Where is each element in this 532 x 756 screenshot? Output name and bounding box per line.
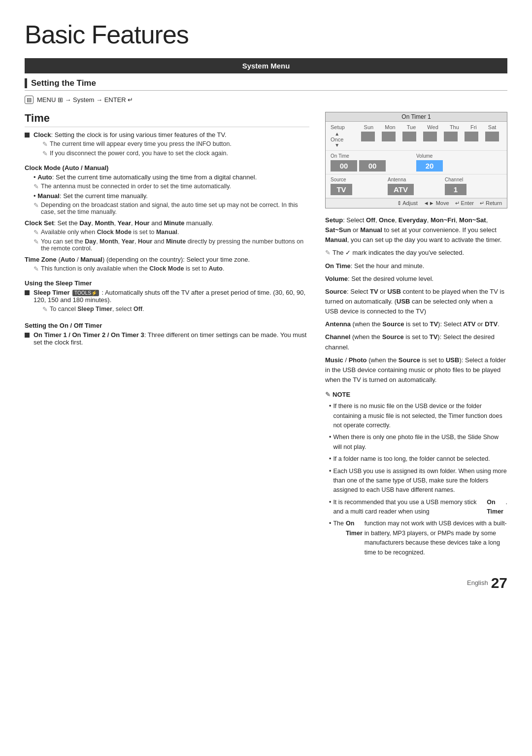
pencil-icon-8: ✎ — [42, 306, 48, 313]
on-timer-nav: ⇕ Adjust ◄► Move ↵ Enter ↵ Return — [326, 198, 507, 208]
note-item-6: The On Timer function may not work with … — [329, 519, 507, 557]
tools-badge: TOOLS⚡ — [72, 290, 99, 296]
clock-mode-title: Clock Mode (Auto / Manual) — [25, 164, 309, 172]
day-fri-label: Fri — [470, 124, 477, 130]
day-thu-label: Thu — [450, 124, 459, 130]
note-item-4: Each USB you use is assigned its own fol… — [329, 467, 507, 495]
auto-note: ✎ The antenna must be connected in order… — [33, 183, 309, 190]
on-off-timer-heading: Setting the On / Off Timer — [25, 322, 309, 329]
clock-note1: ✎ The current time will appear every tim… — [42, 140, 309, 148]
on-time-fields: 00 00 — [331, 160, 416, 172]
day-tue-label: Tue — [407, 124, 416, 130]
manual-bullet: Manual: Set the current time manually. — [33, 192, 309, 200]
clock-bullet-content: Clock: Setting the clock is for using va… — [33, 131, 309, 159]
bullet-icon — [25, 133, 30, 137]
note-item-3: If a folder name is too long, the folder… — [329, 454, 507, 464]
setting-time-label: Setting the Time — [31, 78, 96, 88]
on-timer-bullet: On Timer 1 / On Timer 2 / On Timer 3: Th… — [25, 331, 309, 346]
main-layout: Time Clock: Setting the clock is for usi… — [25, 112, 507, 560]
sleep-timer-note-text: To cancel Sleep Timer, select Off. — [50, 306, 144, 312]
menu-icon: ▤ — [25, 96, 33, 104]
clock-set-note1-text: Available only when Clock Mode is set to… — [41, 229, 179, 236]
sleep-timer-note: ✎ To cancel Sleep Timer, select Off. — [42, 306, 309, 313]
clock-note2-text: If you disconnect the power cord, you ha… — [50, 150, 228, 157]
on-timer-box: On Timer 1 Setup ▲ Once ▼ Sun Mon Tue — [325, 112, 507, 208]
auto-note-text: The antenna must be connected in order t… — [41, 183, 231, 190]
bullet-icon-3 — [25, 333, 30, 338]
volume-group: Volume 20 — [416, 153, 502, 172]
footer-lang: English — [467, 579, 488, 586]
day-sun-label: Sun — [364, 124, 374, 130]
note-item-2: When there is only one photo file in the… — [329, 433, 507, 452]
note-item-1: If there is no music file on the USB dev… — [329, 402, 507, 430]
on-time-desc: On Time: Set the hour and minute. — [325, 261, 507, 271]
menu-path: ▤ MENU ⊞ → System → ENTER ↵ — [25, 96, 507, 104]
nav-adjust: ⇕ Adjust — [397, 200, 418, 206]
on-timer-text: On Timer 1 / On Timer 2 / On Timer 3: Th… — [33, 331, 306, 346]
on-timer-title: On Timer 1 — [326, 112, 507, 122]
sleep-timer-bullet: Sleep Timer TOOLS⚡ : Automatically shuts… — [25, 289, 309, 315]
time-zone-note: ✎ This function is only available when t… — [33, 265, 309, 273]
clock-note2: ✎ If you disconnect the power cord, you … — [42, 150, 309, 157]
note-section: ✎ NOTE If there is no music file on the … — [325, 390, 507, 557]
note-label: NOTE — [332, 390, 350, 400]
auto-bullet: Auto: Set the current time automatically… — [33, 173, 309, 181]
antenna-label: Antenna — [388, 177, 445, 182]
pencil-icon-7: ✎ — [33, 265, 39, 273]
day-block-wed — [423, 132, 437, 141]
sleep-timer-text: Sleep Timer TOOLS⚡ : Automatically shuts… — [33, 289, 305, 304]
clock-text: Clock: Setting the clock is for using va… — [33, 131, 227, 138]
day-block-sat — [485, 132, 499, 141]
volume-value: 20 — [416, 160, 443, 172]
manual-note-text: Depending on the broadcast station and s… — [41, 202, 309, 215]
system-menu-bar: System Menu — [25, 58, 507, 73]
pencil-icon-5: ✎ — [33, 229, 39, 236]
sleep-timer-content: Sleep Timer TOOLS⚡ : Automatically shuts… — [33, 289, 309, 315]
day-block-mon — [382, 132, 396, 141]
channel-label: Channel — [445, 177, 502, 182]
on-time-group: On Time 00 00 — [331, 153, 416, 172]
pencil-icon-r1: ✎ — [325, 248, 331, 258]
antenna-value: ATV — [388, 184, 414, 195]
day-sat-label: Sat — [488, 124, 497, 130]
clock-set-text: Clock Set: Set the Day, Month, Year, Hou… — [25, 219, 309, 227]
clock-set-note2: ✎ You can set the Day, Month, Year, Hour… — [33, 238, 309, 252]
antenna-desc: Antenna (when the Source is set to TV): … — [325, 319, 507, 329]
once-label: Once — [331, 137, 343, 142]
setup-desc: Setup: Select Off, Once, Everyday, Mon~F… — [325, 215, 507, 245]
right-text-content: Setup: Select Off, Once, Everyday, Mon~F… — [325, 215, 507, 557]
on-timer-content: On Timer 1 / On Timer 2 / On Timer 3: Th… — [33, 331, 309, 346]
setup-note: ✎ The ✓ mark indicates the day you've se… — [325, 248, 507, 258]
setting-time-heading: Setting the Time — [25, 78, 507, 91]
note-item-5: It is recommended that you use a USB mem… — [329, 498, 507, 517]
channel-group: Channel 1 — [445, 177, 502, 195]
on-time-label: On Time — [331, 153, 416, 159]
on-timer-setup-row: Setup ▲ Once ▼ Sun Mon Tue Wed Thu Fri — [326, 122, 507, 151]
bullet-icon-2 — [25, 290, 30, 295]
day-block-fri — [465, 132, 478, 141]
page-number: 27 — [491, 575, 507, 591]
clock-bullet: Clock: Setting the clock is for using va… — [25, 131, 309, 159]
nav-return: ↵ Return — [480, 200, 502, 206]
down-arrow: ▼ — [334, 142, 339, 148]
pencil-icon-3: ✎ — [33, 183, 39, 190]
day-block-thu — [444, 132, 458, 141]
pencil-icon-6: ✎ — [33, 238, 39, 245]
note-pencil-icon: ✎ — [325, 390, 331, 400]
pencil-icon-4: ✎ — [33, 202, 39, 209]
pencil-icon-1: ✎ — [42, 140, 48, 148]
time-zone-note-text: This function is only available when the… — [41, 265, 224, 272]
day-block-tue — [402, 132, 416, 141]
clock-note1-text: The current time will appear every time … — [50, 140, 232, 147]
setup-label: Setup ▲ Once ▼ — [331, 124, 354, 148]
days-area: Sun Mon Tue Wed Thu Fri Sat — [358, 124, 502, 141]
on-time-minutes: 00 — [359, 160, 386, 172]
menu-path-text: MENU ⊞ → System → ENTER ↵ — [37, 96, 133, 103]
volume-desc: Volume: Set the desired volume level. — [325, 274, 507, 284]
volume-label: Volume — [416, 153, 502, 159]
source-group: Source TV — [331, 177, 388, 195]
music-photo-desc: Music / Photo (when the Source is set to… — [325, 355, 507, 385]
setup-text-label: Setup — [331, 124, 345, 130]
left-column: Time Clock: Setting the clock is for usi… — [25, 112, 309, 560]
right-column: On Timer 1 Setup ▲ Once ▼ Sun Mon Tue — [325, 112, 507, 560]
